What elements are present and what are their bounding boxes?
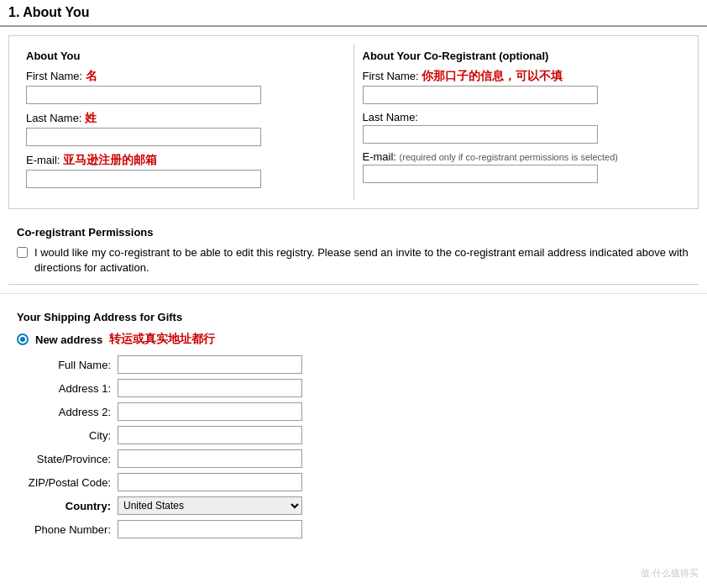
radio-inner	[20, 337, 25, 342]
about-you-right-title: About Your Co-Registrant (optional)	[363, 50, 682, 62]
shipping-country-row: Country: United States Canada United Kin…	[17, 496, 690, 515]
shipping-full-name-label: Full Name:	[17, 359, 118, 371]
first-name-label: First Name: 名	[26, 69, 97, 84]
co-first-name-annotation: 你那口子的信息，可以不填	[422, 69, 563, 82]
last-name-annotation: 姓	[85, 111, 97, 124]
co-first-name-input[interactable]	[363, 86, 598, 104]
page-container: 1. About You About You First Name: 名 Las…	[0, 0, 707, 552]
last-name-label: Last Name: 姓	[26, 111, 97, 126]
shipping-zip-row: ZIP/Postal Code:	[17, 473, 690, 491]
shipping-country-label: Country:	[17, 500, 118, 512]
about-you-left-title: About You	[26, 50, 345, 62]
co-last-name-label: Last Name:	[363, 111, 418, 123]
shipping-section: Your Shipping Address for Gifts New addr…	[8, 302, 699, 552]
first-name-input[interactable]	[26, 86, 261, 104]
email-label: E-mail: 亚马逊注册的邮箱	[26, 153, 157, 168]
co-email-row: E-mail: (required only if co-registrant …	[363, 150, 682, 183]
shipping-address2-label: Address 2:	[17, 406, 118, 418]
shipping-state-label: State/Province:	[17, 453, 118, 465]
shipping-full-name-input[interactable]	[118, 355, 302, 374]
shipping-title: Your Shipping Address for Gifts	[17, 311, 690, 323]
section-divider	[0, 293, 707, 294]
co-registrant-permissions-title: Co-registrant Permissions	[17, 226, 690, 239]
section-header: 1. About You	[0, 0, 707, 27]
new-address-row: New address 转运或真实地址都行	[17, 332, 690, 347]
shipping-country-select[interactable]: United States Canada United Kingdom Aust…	[118, 496, 302, 515]
shipping-zip-input[interactable]	[118, 473, 302, 491]
email-row: E-mail: 亚马逊注册的邮箱	[26, 153, 345, 188]
section-title: About You	[23, 5, 89, 19]
shipping-phone-input[interactable]	[118, 520, 302, 538]
shipping-state-row: State/Province:	[17, 449, 690, 468]
shipping-city-input[interactable]	[118, 426, 302, 444]
co-email-note: (required only if co-registrant permissi…	[400, 152, 618, 162]
co-first-name-label: First Name: 你那口子的信息，可以不填	[363, 69, 563, 84]
shipping-address1-input[interactable]	[118, 379, 302, 397]
new-address-annotation: 转运或真实地址都行	[109, 332, 215, 347]
shipping-zip-label: ZIP/Postal Code:	[17, 476, 118, 489]
permissions-text: I would like my co-registrant to be able…	[34, 245, 690, 276]
shipping-phone-row: Phone Number:	[17, 520, 690, 538]
email-input[interactable]	[26, 170, 261, 188]
co-last-name-row: Last Name:	[363, 111, 682, 144]
shipping-address1-row: Address 1:	[17, 379, 690, 397]
shipping-city-row: City:	[17, 426, 690, 444]
about-you-left: About You First Name: 名 Last Name: 姓 E-m…	[18, 45, 354, 200]
permissions-row: I would like my co-registrant to be able…	[17, 245, 690, 276]
new-address-radio[interactable]	[17, 333, 29, 345]
shipping-phone-label: Phone Number:	[17, 523, 118, 536]
shipping-full-name-row: Full Name:	[17, 355, 690, 374]
section-number: 1.	[8, 5, 19, 19]
shipping-state-input[interactable]	[118, 449, 302, 468]
shipping-address2-row: Address 2:	[17, 402, 690, 421]
co-first-name-row: First Name: 你那口子的信息，可以不填	[363, 69, 682, 104]
first-name-row: First Name: 名	[26, 69, 345, 104]
last-name-row: Last Name: 姓	[26, 111, 345, 146]
last-name-input[interactable]	[26, 128, 261, 146]
co-last-name-input[interactable]	[363, 125, 598, 144]
shipping-address1-label: Address 1:	[17, 382, 118, 395]
first-name-annotation: 名	[86, 69, 97, 82]
about-you-section: About You First Name: 名 Last Name: 姓 E-m…	[8, 35, 699, 209]
co-registrant-permissions-section: Co-registrant Permissions I would like m…	[8, 218, 699, 285]
co-email-input[interactable]	[363, 165, 598, 183]
co-registrant-checkbox[interactable]	[17, 247, 28, 258]
new-address-label: New address	[35, 333, 102, 346]
shipping-address2-input[interactable]	[118, 402, 302, 421]
co-email-label: E-mail: (required only if co-registrant …	[363, 150, 619, 163]
email-annotation: 亚马逊注册的邮箱	[63, 153, 157, 166]
about-you-right: About Your Co-Registrant (optional) Firs…	[354, 45, 690, 200]
shipping-city-label: City:	[17, 429, 118, 442]
